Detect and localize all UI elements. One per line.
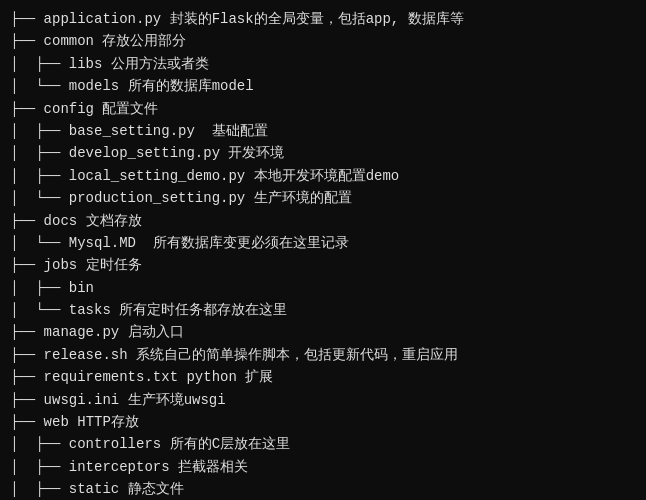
tree-line: │ ├── base_setting.py 基础配置 xyxy=(10,120,636,142)
tree-prefix: │ ├── xyxy=(10,168,69,184)
tree-line: ├── common 存放公用部分 xyxy=(10,30,636,52)
tree-prefix: ├── xyxy=(10,392,44,408)
tree-line: ├── docs 文档存放 xyxy=(10,210,636,232)
item-desc: 拦截器相关 xyxy=(170,459,248,475)
tree-line: │ ├── bin xyxy=(10,277,636,299)
item-name: web xyxy=(44,414,69,430)
item-desc: 公用方法或者类 xyxy=(102,56,208,72)
tree-line: ├── requirements.txt python 扩展 xyxy=(10,366,636,388)
item-desc: 存放公用部分 xyxy=(94,33,186,49)
item-name: tasks xyxy=(69,302,111,318)
item-desc: 定时任务 xyxy=(77,257,141,273)
item-name: bin xyxy=(69,280,94,296)
item-name: manage.py xyxy=(44,324,120,340)
tree-line: ├── config 配置文件 xyxy=(10,98,636,120)
item-name: static xyxy=(69,481,119,497)
tree-line: │ └── Mysql.MD 所有数据库变更必须在这里记录 xyxy=(10,232,636,254)
tree-line: ├── uwsgi.ini 生产环境uwsgi xyxy=(10,389,636,411)
tree-prefix: │ ├── xyxy=(10,123,69,139)
item-desc: 文档存放 xyxy=(77,213,141,229)
tree-prefix: │ ├── xyxy=(10,459,69,475)
item-desc: 生产环境的配置 xyxy=(245,190,351,206)
tree-line: │ └── production_setting.py 生产环境的配置 xyxy=(10,187,636,209)
tree-prefix: │ └── xyxy=(10,235,69,251)
item-desc: 所有的C层放在这里 xyxy=(161,436,290,452)
item-name: docs xyxy=(44,213,78,229)
tree-line: │ ├── libs 公用方法或者类 xyxy=(10,53,636,75)
tree-line: ├── release.sh 系统自己的简单操作脚本，包括更新代码，重启应用 xyxy=(10,344,636,366)
item-desc: 静态文件 xyxy=(119,481,183,497)
item-desc: 启动入口 xyxy=(119,324,183,340)
item-desc: 生产环境uwsgi xyxy=(119,392,225,408)
item-desc: 封装的Flask的全局变量，包括app, 数据库等 xyxy=(161,11,463,27)
file-tree: ├── application.py 封装的Flask的全局变量，包括app, … xyxy=(10,8,636,500)
item-name: local_setting_demo.py xyxy=(69,168,245,184)
item-name: jobs xyxy=(44,257,78,273)
tree-line: │ ├── interceptors 拦截器相关 xyxy=(10,456,636,478)
item-name: common xyxy=(44,33,94,49)
tree-prefix: ├── xyxy=(10,414,44,430)
item-name: base_setting.py xyxy=(69,123,195,139)
tree-prefix: │ ├── xyxy=(10,481,69,497)
item-desc: 配置文件 xyxy=(94,101,158,117)
tree-prefix: │ └── xyxy=(10,190,69,206)
item-desc: python 扩展 xyxy=(178,369,273,385)
tree-line: │ ├── local_setting_demo.py 本地开发环境配置demo xyxy=(10,165,636,187)
item-desc: 开发环境 xyxy=(220,145,284,161)
tree-prefix: ├── xyxy=(10,33,44,49)
item-desc: 基础配置 xyxy=(195,123,268,139)
item-desc: HTTP存放 xyxy=(69,414,139,430)
item-name: libs xyxy=(69,56,103,72)
tree-prefix: ├── xyxy=(10,213,44,229)
tree-line: ├── jobs 定时任务 xyxy=(10,254,636,276)
tree-line: ├── manage.py 启动入口 xyxy=(10,321,636,343)
item-name: uwsgi.ini xyxy=(44,392,120,408)
tree-prefix: ├── xyxy=(10,347,44,363)
tree-prefix: ├── xyxy=(10,257,44,273)
tree-line: │ └── tasks 所有定时任务都存放在这里 xyxy=(10,299,636,321)
item-name: controllers xyxy=(69,436,161,452)
tree-line: ├── web HTTP存放 xyxy=(10,411,636,433)
tree-line: │ └── models 所有的数据库model xyxy=(10,75,636,97)
item-name: config xyxy=(44,101,94,117)
tree-line: │ ├── develop_setting.py 开发环境 xyxy=(10,142,636,164)
item-desc: 所有的数据库model xyxy=(119,78,253,94)
item-name: application.py xyxy=(44,11,162,27)
tree-prefix: ├── xyxy=(10,11,44,27)
item-name: requirements.txt xyxy=(44,369,178,385)
item-name: production_setting.py xyxy=(69,190,245,206)
tree-prefix: ├── xyxy=(10,369,44,385)
item-name: release.sh xyxy=(44,347,128,363)
tree-prefix: ├── xyxy=(10,101,44,117)
item-desc: 本地开发环境配置demo xyxy=(245,168,399,184)
item-desc: 所有数据库变更必须在这里记录 xyxy=(136,235,349,251)
tree-line: ├── application.py 封装的Flask的全局变量，包括app, … xyxy=(10,8,636,30)
tree-prefix: ├── xyxy=(10,324,44,340)
tree-prefix: │ └── xyxy=(10,78,69,94)
tree-prefix: │ ├── xyxy=(10,145,69,161)
tree-prefix: │ ├── xyxy=(10,56,69,72)
item-name: models xyxy=(69,78,119,94)
item-name: interceptors xyxy=(69,459,170,475)
item-name: Mysql.MD xyxy=(69,235,136,251)
tree-line: │ ├── static 静态文件 xyxy=(10,478,636,500)
tree-line: │ ├── controllers 所有的C层放在这里 xyxy=(10,433,636,455)
tree-prefix: │ ├── xyxy=(10,280,69,296)
item-desc: 所有定时任务都存放在这里 xyxy=(111,302,287,318)
tree-prefix: │ └── xyxy=(10,302,69,318)
tree-prefix: │ ├── xyxy=(10,436,69,452)
item-name: develop_setting.py xyxy=(69,145,220,161)
item-desc: 系统自己的简单操作脚本，包括更新代码，重启应用 xyxy=(128,347,458,363)
